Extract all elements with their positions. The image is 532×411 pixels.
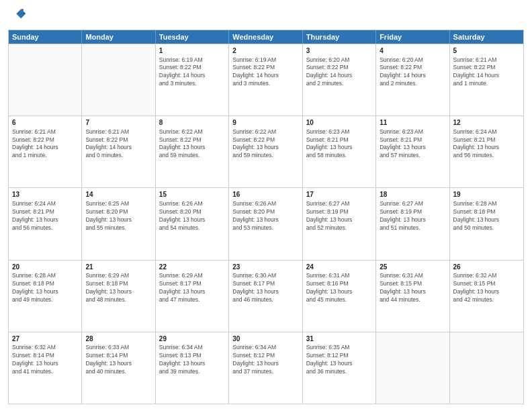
logo: [8, 7, 30, 26]
calendar: SundayMondayTuesdayWednesdayThursdayFrid…: [8, 30, 524, 404]
weekday-header: Wednesday: [229, 30, 302, 44]
day-number: 9: [232, 118, 298, 128]
calendar-cell: 6Sunrise: 6:21 AM Sunset: 8:22 PM Daylig…: [9, 116, 82, 187]
day-number: 15: [159, 190, 225, 199]
day-number: 8: [159, 118, 225, 128]
day-number: 17: [306, 190, 372, 199]
day-number: 14: [85, 190, 151, 199]
calendar-cell: 1Sunrise: 6:19 AM Sunset: 8:22 PM Daylig…: [156, 44, 229, 116]
day-number: 30: [232, 334, 298, 344]
day-info: Sunrise: 6:22 AM Sunset: 8:22 PM Dayligh…: [159, 128, 225, 161]
day-info: Sunrise: 6:24 AM Sunset: 8:21 PM Dayligh…: [453, 128, 520, 161]
day-number: 31: [306, 334, 372, 344]
calendar-header: SundayMondayTuesdayWednesdayThursdayFrid…: [9, 30, 523, 44]
day-number: 11: [380, 118, 445, 128]
day-info: Sunrise: 6:20 AM Sunset: 8:22 PM Dayligh…: [306, 56, 372, 89]
calendar-cell: 4Sunrise: 6:20 AM Sunset: 8:22 PM Daylig…: [376, 44, 449, 116]
day-info: Sunrise: 6:31 AM Sunset: 8:15 PM Dayligh…: [380, 272, 445, 304]
weekday-header: Tuesday: [156, 30, 229, 44]
day-info: Sunrise: 6:26 AM Sunset: 8:20 PM Dayligh…: [159, 200, 225, 232]
calendar-row: 13Sunrise: 6:24 AM Sunset: 8:21 PM Dayli…: [9, 187, 523, 259]
header: [8, 7, 524, 26]
day-info: Sunrise: 6:20 AM Sunset: 8:22 PM Dayligh…: [380, 56, 445, 89]
weekday-header: Monday: [82, 30, 155, 44]
day-info: Sunrise: 6:28 AM Sunset: 8:18 PM Dayligh…: [453, 200, 520, 232]
day-info: Sunrise: 6:35 AM Sunset: 8:12 PM Dayligh…: [306, 344, 372, 376]
day-number: 18: [380, 190, 445, 199]
calendar-cell: 29Sunrise: 6:34 AM Sunset: 8:13 PM Dayli…: [156, 332, 229, 404]
calendar-cell: [450, 332, 523, 404]
calendar-cell: 13Sunrise: 6:24 AM Sunset: 8:21 PM Dayli…: [9, 188, 82, 259]
calendar-body: 1Sunrise: 6:19 AM Sunset: 8:22 PM Daylig…: [9, 44, 523, 404]
day-info: Sunrise: 6:31 AM Sunset: 8:16 PM Dayligh…: [306, 272, 372, 304]
day-info: Sunrise: 6:22 AM Sunset: 8:22 PM Dayligh…: [232, 128, 298, 161]
day-number: 21: [85, 263, 151, 272]
calendar-cell: 28Sunrise: 6:33 AM Sunset: 8:14 PM Dayli…: [82, 332, 155, 404]
day-number: 5: [453, 46, 520, 56]
calendar-cell: 27Sunrise: 6:32 AM Sunset: 8:14 PM Dayli…: [9, 332, 82, 404]
calendar-cell: 12Sunrise: 6:24 AM Sunset: 8:21 PM Dayli…: [450, 116, 523, 187]
day-info: Sunrise: 6:32 AM Sunset: 8:14 PM Dayligh…: [12, 344, 78, 376]
day-info: Sunrise: 6:33 AM Sunset: 8:14 PM Dayligh…: [85, 344, 151, 376]
day-number: 12: [453, 118, 520, 128]
calendar-cell: 5Sunrise: 6:21 AM Sunset: 8:22 PM Daylig…: [450, 44, 523, 116]
day-info: Sunrise: 6:34 AM Sunset: 8:12 PM Dayligh…: [232, 344, 298, 376]
day-info: Sunrise: 6:23 AM Sunset: 8:21 PM Dayligh…: [380, 128, 445, 161]
calendar-cell: 16Sunrise: 6:26 AM Sunset: 8:20 PM Dayli…: [229, 188, 302, 259]
day-info: Sunrise: 6:24 AM Sunset: 8:21 PM Dayligh…: [12, 200, 78, 232]
day-info: Sunrise: 6:26 AM Sunset: 8:20 PM Dayligh…: [232, 200, 298, 232]
weekday-header: Friday: [376, 30, 449, 44]
logo-icon: [8, 7, 27, 26]
calendar-cell: 7Sunrise: 6:21 AM Sunset: 8:22 PM Daylig…: [82, 116, 155, 187]
calendar-cell: 3Sunrise: 6:20 AM Sunset: 8:22 PM Daylig…: [303, 44, 376, 116]
day-number: 22: [159, 263, 225, 272]
day-info: Sunrise: 6:25 AM Sunset: 8:20 PM Dayligh…: [85, 200, 151, 232]
day-info: Sunrise: 6:30 AM Sunset: 8:17 PM Dayligh…: [232, 272, 298, 304]
day-info: Sunrise: 6:27 AM Sunset: 8:19 PM Dayligh…: [380, 200, 445, 232]
day-number: 28: [85, 334, 151, 344]
weekday-header: Sunday: [9, 30, 82, 44]
calendar-cell: 25Sunrise: 6:31 AM Sunset: 8:15 PM Dayli…: [376, 261, 449, 332]
day-info: Sunrise: 6:29 AM Sunset: 8:17 PM Dayligh…: [159, 272, 225, 304]
calendar-cell: 9Sunrise: 6:22 AM Sunset: 8:22 PM Daylig…: [229, 116, 302, 187]
calendar-cell: 30Sunrise: 6:34 AM Sunset: 8:12 PM Dayli…: [229, 332, 302, 404]
day-number: 16: [232, 190, 298, 199]
calendar-cell: [376, 332, 449, 404]
calendar-row: 27Sunrise: 6:32 AM Sunset: 8:14 PM Dayli…: [9, 332, 523, 404]
calendar-cell: 24Sunrise: 6:31 AM Sunset: 8:16 PM Dayli…: [303, 261, 376, 332]
day-number: 6: [12, 118, 78, 128]
day-number: 27: [12, 334, 78, 344]
calendar-cell: [9, 44, 82, 116]
day-number: 19: [453, 190, 520, 199]
day-number: 13: [12, 190, 78, 199]
calendar-row: 1Sunrise: 6:19 AM Sunset: 8:22 PM Daylig…: [9, 44, 523, 116]
day-number: 3: [306, 46, 372, 56]
day-info: Sunrise: 6:34 AM Sunset: 8:13 PM Dayligh…: [159, 344, 225, 376]
day-info: Sunrise: 6:32 AM Sunset: 8:15 PM Dayligh…: [453, 272, 520, 304]
calendar-cell: 8Sunrise: 6:22 AM Sunset: 8:22 PM Daylig…: [156, 116, 229, 187]
page: SundayMondayTuesdayWednesdayThursdayFrid…: [0, 0, 532, 411]
weekday-header: Saturday: [450, 30, 523, 44]
day-info: Sunrise: 6:27 AM Sunset: 8:19 PM Dayligh…: [306, 200, 372, 232]
calendar-cell: 22Sunrise: 6:29 AM Sunset: 8:17 PM Dayli…: [156, 261, 229, 332]
calendar-cell: 14Sunrise: 6:25 AM Sunset: 8:20 PM Dayli…: [82, 188, 155, 259]
day-number: 7: [85, 118, 151, 128]
calendar-cell: 10Sunrise: 6:23 AM Sunset: 8:21 PM Dayli…: [303, 116, 376, 187]
day-info: Sunrise: 6:29 AM Sunset: 8:18 PM Dayligh…: [85, 272, 151, 304]
day-number: 23: [232, 263, 298, 272]
day-info: Sunrise: 6:19 AM Sunset: 8:22 PM Dayligh…: [232, 56, 298, 89]
calendar-cell: [82, 44, 155, 116]
day-number: 25: [380, 263, 445, 272]
day-number: 10: [306, 118, 372, 128]
day-number: 1: [159, 46, 225, 56]
calendar-cell: 21Sunrise: 6:29 AM Sunset: 8:18 PM Dayli…: [82, 261, 155, 332]
calendar-cell: 17Sunrise: 6:27 AM Sunset: 8:19 PM Dayli…: [303, 188, 376, 259]
calendar-row: 20Sunrise: 6:28 AM Sunset: 8:18 PM Dayli…: [9, 260, 523, 332]
calendar-row: 6Sunrise: 6:21 AM Sunset: 8:22 PM Daylig…: [9, 116, 523, 187]
calendar-cell: 11Sunrise: 6:23 AM Sunset: 8:21 PM Dayli…: [376, 116, 449, 187]
calendar-cell: 19Sunrise: 6:28 AM Sunset: 8:18 PM Dayli…: [450, 188, 523, 259]
calendar-cell: 18Sunrise: 6:27 AM Sunset: 8:19 PM Dayli…: [376, 188, 449, 259]
calendar-cell: 15Sunrise: 6:26 AM Sunset: 8:20 PM Dayli…: [156, 188, 229, 259]
day-number: 24: [306, 263, 372, 272]
calendar-cell: 23Sunrise: 6:30 AM Sunset: 8:17 PM Dayli…: [229, 261, 302, 332]
